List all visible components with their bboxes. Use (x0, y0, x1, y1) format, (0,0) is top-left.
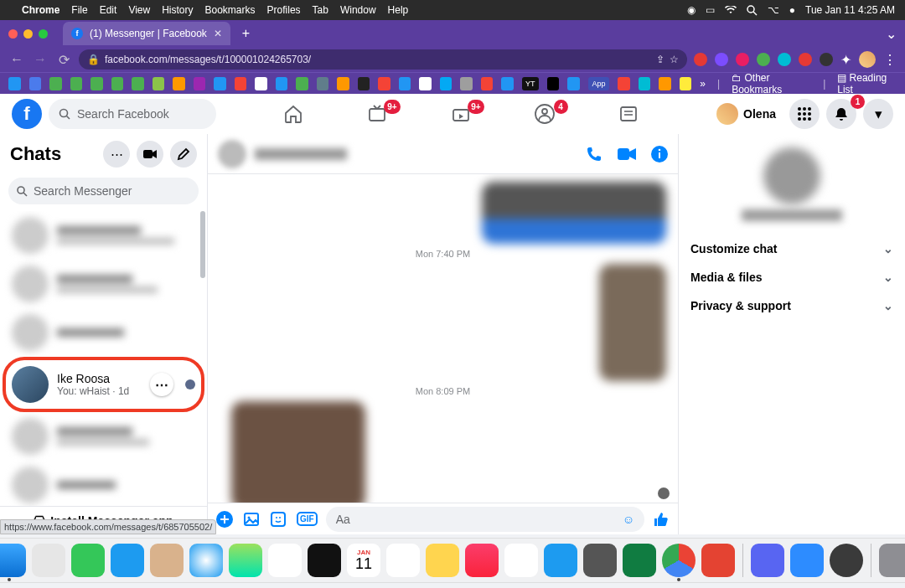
message-received[interactable] (220, 401, 666, 503)
bookmark-icon[interactable] (70, 77, 83, 90)
bookmark-icon[interactable] (547, 77, 560, 90)
bookmark-icon[interactable] (399, 77, 411, 90)
watch-tab[interactable]: 9+ (367, 104, 392, 124)
close-tab-icon[interactable]: ✕ (214, 28, 222, 39)
minimize-window-button[interactable] (23, 29, 33, 39)
emoji-picker-button[interactable]: ☺ (623, 513, 634, 526)
bookmark-icon[interactable] (419, 77, 432, 90)
screen-record-icon[interactable]: ◉ (687, 4, 696, 16)
thumbs-up-button[interactable] (653, 511, 670, 528)
menu-file[interactable]: File (71, 4, 87, 16)
facebook-logo[interactable]: f (12, 99, 42, 129)
extension-icon[interactable] (820, 53, 833, 66)
details-avatar[interactable] (763, 147, 820, 204)
chat-item-options-button[interactable]: ⋯ (150, 373, 173, 396)
home-tab[interactable] (283, 104, 308, 124)
menu-profiles[interactable]: Profiles (267, 4, 301, 16)
bookmark-icon[interactable] (132, 77, 144, 90)
bookmark-icon[interactable] (235, 77, 247, 90)
new-video-call-button[interactable] (137, 141, 163, 168)
chat-item[interactable] (5, 211, 202, 260)
notes-app-icon[interactable] (426, 544, 459, 577)
video-call-button[interactable] (618, 147, 636, 161)
bookmark-icon[interactable] (639, 77, 651, 90)
menu-grid-button[interactable] (789, 99, 820, 129)
news-tab[interactable] (618, 104, 644, 124)
chat-item[interactable] (5, 412, 202, 461)
account-dropdown-button[interactable]: ▾ (863, 99, 893, 129)
bookmark-icon[interactable] (680, 77, 692, 90)
extension-icon[interactable] (757, 53, 770, 66)
chrome-app-icon[interactable] (662, 544, 696, 577)
menu-bookmarks[interactable]: Bookmarks (205, 4, 256, 16)
siri-icon[interactable]: ● (789, 4, 795, 16)
extension-icon[interactable] (799, 53, 812, 66)
bookmark-icon[interactable] (659, 77, 671, 90)
profile-avatar-icon[interactable] (859, 51, 876, 68)
message-sent[interactable] (220, 182, 666, 244)
address-bar[interactable]: 🔒 facebook.com/messages/t/10000102426570… (79, 49, 687, 70)
launchpad-app-icon[interactable] (32, 544, 65, 577)
settings-app-icon[interactable] (583, 544, 617, 577)
message-sent[interactable] (220, 264, 666, 381)
bookmark-icon[interactable] (337, 77, 349, 90)
add-photo-button[interactable] (243, 511, 261, 528)
share-icon[interactable]: ⇪ (656, 54, 665, 65)
messages-app-icon[interactable] (71, 544, 105, 577)
star-icon[interactable]: ☆ (670, 54, 679, 65)
extension-icon[interactable] (715, 53, 728, 66)
finder-app-icon[interactable] (0, 544, 26, 577)
bookmark-icon[interactable] (358, 77, 370, 90)
add-sticker-button[interactable] (270, 511, 288, 528)
music-app-icon[interactable] (465, 544, 499, 577)
bookmark-icon[interactable] (481, 77, 494, 90)
extensions-menu-icon[interactable]: ✦ (840, 52, 851, 68)
groups-tab[interactable]: 4 (535, 104, 560, 124)
trash-icon[interactable] (879, 544, 905, 577)
reading-list-button[interactable]: ▤ Reading List (837, 72, 897, 95)
bookmark-icon[interactable] (194, 77, 206, 90)
customize-chat-row[interactable]: Customize chat ⌄ (690, 235, 893, 263)
new-message-button[interactable] (170, 141, 197, 168)
bookmark-icon[interactable] (276, 77, 288, 90)
appstore-app-icon[interactable] (544, 544, 577, 577)
chat-list[interactable]: Ike Roosa You: wHaist · 1d ⋯ (0, 211, 207, 506)
excel-app-icon[interactable] (623, 544, 656, 577)
chat-item[interactable] (5, 308, 202, 357)
chevron-down-icon[interactable]: ⌄ (886, 26, 897, 42)
appletv-app-icon[interactable] (308, 544, 341, 577)
browser-tab[interactable]: f (1) Messenger | Facebook ✕ (63, 22, 230, 45)
maximize-window-button[interactable] (39, 29, 48, 39)
bookmark-icon[interactable] (90, 77, 103, 90)
conversation-name[interactable] (255, 148, 347, 160)
bookmark-icon[interactable] (214, 77, 226, 90)
bookmark-icon[interactable] (8, 77, 21, 90)
close-window-button[interactable] (8, 29, 18, 39)
menu-history[interactable]: History (162, 4, 193, 16)
bookmark-icon[interactable] (567, 77, 580, 90)
bookmark-icon[interactable] (460, 77, 473, 90)
zoom-app-icon[interactable] (790, 544, 824, 577)
conversation-body[interactable]: Mon 7:40 PM Mon 8:09 PM (208, 174, 678, 503)
notifications-button[interactable]: 1 (826, 99, 856, 129)
privacy-support-row[interactable]: Privacy & support ⌄ (690, 291, 893, 320)
bookmark-icon[interactable] (440, 77, 452, 90)
quicktime-app-icon[interactable] (830, 544, 863, 577)
calendar-app-icon[interactable]: JAN11 (347, 544, 380, 577)
facebook-search[interactable]: Search Facebook (49, 99, 216, 129)
media-files-row[interactable]: Media & files ⌄ (690, 263, 893, 291)
back-button[interactable]: ← (8, 52, 25, 67)
reminders-app-icon[interactable] (386, 544, 420, 577)
bookmarks-overflow-icon[interactable]: » (700, 78, 706, 90)
extension-icon[interactable] (694, 53, 707, 66)
marketplace-tab[interactable]: 9+ (451, 104, 476, 124)
bookmark-icon[interactable] (153, 77, 165, 90)
menu-edit[interactable]: Edit (100, 4, 117, 16)
kebab-menu-icon[interactable]: ⋮ (883, 52, 897, 68)
mail-app-icon[interactable] (111, 544, 144, 577)
menu-help[interactable]: Help (388, 4, 409, 16)
menu-view[interactable]: View (128, 4, 150, 16)
menu-clock[interactable]: Tue Jan 11 4:25 AM (805, 4, 895, 16)
bookmark-icon[interactable] (317, 77, 329, 90)
menu-tab[interactable]: Tab (313, 4, 328, 16)
